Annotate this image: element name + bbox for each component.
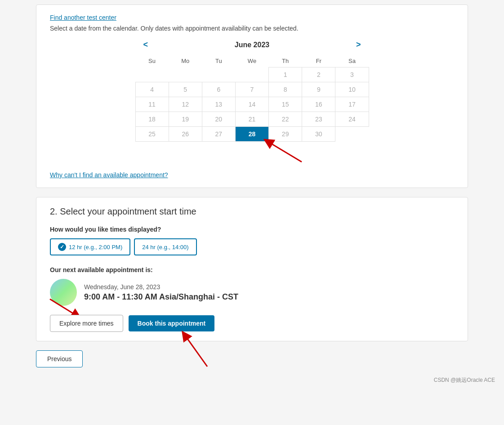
calendar-day[interactable]: 22 [269,112,302,127]
calendar-day[interactable]: 23 [302,112,335,127]
calendar-day[interactable]: 21 [235,112,268,127]
svg-line-0 [268,142,302,162]
calendar-day[interactable]: 26 [169,127,202,142]
time-format-buttons: ✓ 12 hr (e.g., 2:00 PM) 24 hr (e.g., 14:… [50,238,454,255]
why-no-appointment-link[interactable]: Why can't I find an available appointmen… [50,171,168,179]
calendar-day[interactable]: 11 [135,97,169,112]
calendar-day[interactable]: 19 [169,112,202,127]
svg-line-1 [50,299,77,316]
calendar-weekday-fr: Fr [302,55,335,67]
book-arrow-annotation [171,328,261,369]
calendar-day[interactable]: 13 [202,97,235,112]
calendar-day[interactable]: 12 [169,97,202,112]
calendar-day[interactable]: 17 [335,97,369,112]
calendar-day[interactable]: 18 [135,112,169,127]
calendar-day[interactable]: 20 [202,112,235,127]
24hr-format-button[interactable]: 24 hr (e.g., 14:00) [134,238,196,255]
calendar-day[interactable]: 2 [302,67,335,82]
calendar-day[interactable]: 14 [235,97,268,112]
calendar-weekday-th: Th [269,55,302,67]
explore-more-times-button[interactable]: Explore more times [50,315,123,332]
calendar-day [202,67,235,82]
check-icon: ✓ [58,243,66,251]
calendar-grid: SuMoTuWeThFrSa 1234567891011121314151617… [135,55,369,142]
calendar-day [169,67,202,82]
section2-title: 2. Select your appointment start time [50,206,454,217]
calendar-day [335,127,369,142]
calendar-day[interactable]: 7 [235,82,268,97]
time-display-question: How would you like times displayed? [50,226,454,233]
calendar-day[interactable]: 24 [335,112,369,127]
12hr-label: 12 hr (e.g., 2:00 PM) [69,244,122,251]
calendar-next-nav[interactable]: > [352,39,365,50]
calendar-day[interactable]: 3 [335,67,369,82]
calendar-weekday-mo: Mo [169,55,202,67]
previous-button[interactable]: Previous [36,350,83,367]
24hr-label: 24 hr (e.g., 14:00) [142,244,188,251]
calendar-month-title: June 2023 [235,41,269,49]
calendar-day [135,67,169,82]
calendar-day[interactable]: 1 [269,67,302,82]
calendar-arrow-annotation [248,137,338,164]
12hr-format-button[interactable]: ✓ 12 hr (e.g., 2:00 PM) [50,238,130,255]
calendar-prev-nav[interactable]: < [140,39,152,50]
calendar-day [235,67,268,82]
watermark: CSDN @姚远Oracle ACE [0,376,504,384]
calendar-day[interactable]: 15 [269,97,302,112]
calendar-day[interactable]: 9 [302,82,335,97]
calendar-day[interactable]: 16 [302,97,335,112]
calendar-day[interactable]: 4 [135,82,169,97]
calendar-day[interactable]: 25 [135,127,169,142]
appointment-date: Wednesday, June 28, 2023 [84,283,238,291]
calendar-weekday-we: We [235,55,268,67]
calendar-day[interactable]: 8 [269,82,302,97]
find-another-center-link[interactable]: Find another test center [50,14,116,21]
calendar-day[interactable]: 5 [169,82,202,97]
next-appt-label: Our next available appointment is: [50,266,454,273]
calendar-day[interactable]: 27 [202,127,235,142]
calendar-weekday-sa: Sa [335,55,369,67]
calendar-day[interactable]: 6 [202,82,235,97]
calendar-weekday-tu: Tu [202,55,235,67]
svg-line-2 [185,335,207,367]
calendar-weekday-su: Su [135,55,169,67]
calendar-day[interactable]: 10 [335,82,369,97]
calendar-instruction: Select a date from the calendar. Only da… [50,25,454,32]
